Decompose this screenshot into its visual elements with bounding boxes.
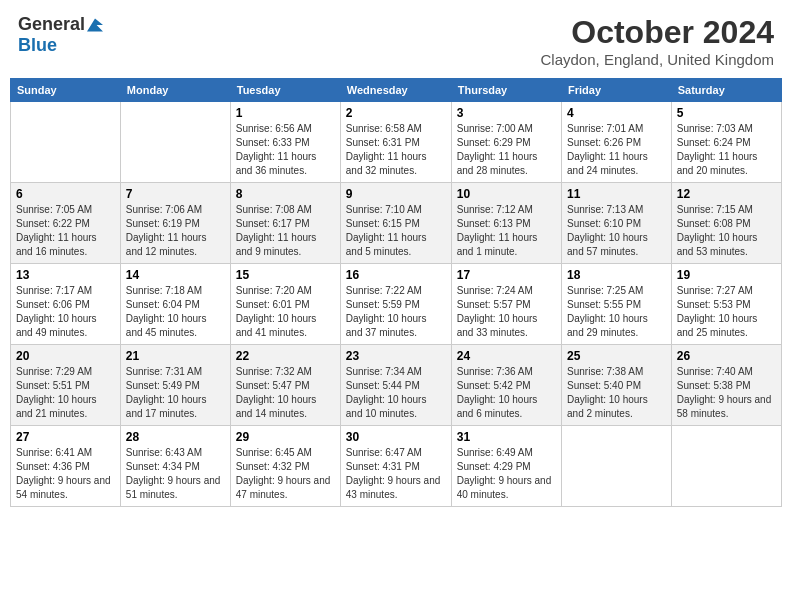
day-info: Sunrise: 7:32 AM Sunset: 5:47 PM Dayligh… (236, 365, 335, 421)
day-number: 20 (16, 349, 115, 363)
day-number: 9 (346, 187, 446, 201)
page-header: General Blue October 2024 Claydon, Engla… (10, 10, 782, 72)
day-info: Sunrise: 6:41 AM Sunset: 4:36 PM Dayligh… (16, 446, 115, 502)
calendar-day-cell: 15Sunrise: 7:20 AM Sunset: 6:01 PM Dayli… (230, 264, 340, 345)
day-info: Sunrise: 6:43 AM Sunset: 4:34 PM Dayligh… (126, 446, 225, 502)
day-number: 22 (236, 349, 335, 363)
calendar-day-cell: 26Sunrise: 7:40 AM Sunset: 5:38 PM Dayli… (671, 345, 781, 426)
calendar-day-cell: 22Sunrise: 7:32 AM Sunset: 5:47 PM Dayli… (230, 345, 340, 426)
day-info: Sunrise: 7:00 AM Sunset: 6:29 PM Dayligh… (457, 122, 556, 178)
day-number: 7 (126, 187, 225, 201)
svg-marker-0 (87, 18, 103, 31)
calendar-day-cell: 7Sunrise: 7:06 AM Sunset: 6:19 PM Daylig… (120, 183, 230, 264)
day-number: 16 (346, 268, 446, 282)
day-info: Sunrise: 7:38 AM Sunset: 5:40 PM Dayligh… (567, 365, 666, 421)
calendar-day-cell: 31Sunrise: 6:49 AM Sunset: 4:29 PM Dayli… (451, 426, 561, 507)
day-number: 11 (567, 187, 666, 201)
day-of-week-header: Tuesday (230, 79, 340, 102)
calendar-empty-cell (11, 102, 121, 183)
day-number: 21 (126, 349, 225, 363)
calendar-week-row: 6Sunrise: 7:05 AM Sunset: 6:22 PM Daylig… (11, 183, 782, 264)
day-number: 31 (457, 430, 556, 444)
day-number: 4 (567, 106, 666, 120)
calendar-header-row: SundayMondayTuesdayWednesdayThursdayFrid… (11, 79, 782, 102)
calendar-day-cell: 28Sunrise: 6:43 AM Sunset: 4:34 PM Dayli… (120, 426, 230, 507)
day-number: 14 (126, 268, 225, 282)
day-info: Sunrise: 7:22 AM Sunset: 5:59 PM Dayligh… (346, 284, 446, 340)
calendar-day-cell: 9Sunrise: 7:10 AM Sunset: 6:15 PM Daylig… (340, 183, 451, 264)
calendar-day-cell: 3Sunrise: 7:00 AM Sunset: 6:29 PM Daylig… (451, 102, 561, 183)
day-info: Sunrise: 7:20 AM Sunset: 6:01 PM Dayligh… (236, 284, 335, 340)
day-info: Sunrise: 7:13 AM Sunset: 6:10 PM Dayligh… (567, 203, 666, 259)
calendar-day-cell: 21Sunrise: 7:31 AM Sunset: 5:49 PM Dayli… (120, 345, 230, 426)
day-number: 5 (677, 106, 776, 120)
calendar-day-cell: 4Sunrise: 7:01 AM Sunset: 6:26 PM Daylig… (562, 102, 672, 183)
calendar-day-cell: 2Sunrise: 6:58 AM Sunset: 6:31 PM Daylig… (340, 102, 451, 183)
calendar-day-cell: 30Sunrise: 6:47 AM Sunset: 4:31 PM Dayli… (340, 426, 451, 507)
day-of-week-header: Saturday (671, 79, 781, 102)
calendar-day-cell: 11Sunrise: 7:13 AM Sunset: 6:10 PM Dayli… (562, 183, 672, 264)
calendar-day-cell: 18Sunrise: 7:25 AM Sunset: 5:55 PM Dayli… (562, 264, 672, 345)
day-info: Sunrise: 6:47 AM Sunset: 4:31 PM Dayligh… (346, 446, 446, 502)
logo-general-text: General (18, 14, 85, 35)
calendar-day-cell: 8Sunrise: 7:08 AM Sunset: 6:17 PM Daylig… (230, 183, 340, 264)
day-number: 24 (457, 349, 556, 363)
day-number: 6 (16, 187, 115, 201)
calendar-day-cell: 19Sunrise: 7:27 AM Sunset: 5:53 PM Dayli… (671, 264, 781, 345)
logo: General Blue (18, 14, 103, 56)
day-info: Sunrise: 7:36 AM Sunset: 5:42 PM Dayligh… (457, 365, 556, 421)
day-number: 25 (567, 349, 666, 363)
calendar-table: SundayMondayTuesdayWednesdayThursdayFrid… (10, 78, 782, 507)
location-text: Claydon, England, United Kingdom (541, 51, 774, 68)
calendar-day-cell: 20Sunrise: 7:29 AM Sunset: 5:51 PM Dayli… (11, 345, 121, 426)
calendar-week-row: 13Sunrise: 7:17 AM Sunset: 6:06 PM Dayli… (11, 264, 782, 345)
calendar-week-row: 27Sunrise: 6:41 AM Sunset: 4:36 PM Dayli… (11, 426, 782, 507)
calendar-day-cell: 17Sunrise: 7:24 AM Sunset: 5:57 PM Dayli… (451, 264, 561, 345)
day-info: Sunrise: 7:17 AM Sunset: 6:06 PM Dayligh… (16, 284, 115, 340)
day-number: 26 (677, 349, 776, 363)
day-of-week-header: Friday (562, 79, 672, 102)
calendar-empty-cell (671, 426, 781, 507)
day-info: Sunrise: 7:18 AM Sunset: 6:04 PM Dayligh… (126, 284, 225, 340)
day-info: Sunrise: 7:25 AM Sunset: 5:55 PM Dayligh… (567, 284, 666, 340)
logo-bird-icon (87, 18, 103, 32)
day-info: Sunrise: 7:27 AM Sunset: 5:53 PM Dayligh… (677, 284, 776, 340)
day-info: Sunrise: 7:24 AM Sunset: 5:57 PM Dayligh… (457, 284, 556, 340)
calendar-day-cell: 12Sunrise: 7:15 AM Sunset: 6:08 PM Dayli… (671, 183, 781, 264)
day-info: Sunrise: 7:15 AM Sunset: 6:08 PM Dayligh… (677, 203, 776, 259)
calendar-empty-cell (562, 426, 672, 507)
day-number: 1 (236, 106, 335, 120)
logo-blue-text: Blue (18, 35, 57, 56)
calendar-day-cell: 16Sunrise: 7:22 AM Sunset: 5:59 PM Dayli… (340, 264, 451, 345)
day-of-week-header: Thursday (451, 79, 561, 102)
day-number: 13 (16, 268, 115, 282)
calendar-day-cell: 10Sunrise: 7:12 AM Sunset: 6:13 PM Dayli… (451, 183, 561, 264)
day-info: Sunrise: 6:49 AM Sunset: 4:29 PM Dayligh… (457, 446, 556, 502)
day-info: Sunrise: 7:05 AM Sunset: 6:22 PM Dayligh… (16, 203, 115, 259)
title-area: October 2024 Claydon, England, United Ki… (541, 14, 774, 68)
calendar-day-cell: 23Sunrise: 7:34 AM Sunset: 5:44 PM Dayli… (340, 345, 451, 426)
calendar-day-cell: 25Sunrise: 7:38 AM Sunset: 5:40 PM Dayli… (562, 345, 672, 426)
calendar-day-cell: 29Sunrise: 6:45 AM Sunset: 4:32 PM Dayli… (230, 426, 340, 507)
month-title: October 2024 (541, 14, 774, 51)
calendar-day-cell: 24Sunrise: 7:36 AM Sunset: 5:42 PM Dayli… (451, 345, 561, 426)
day-info: Sunrise: 7:29 AM Sunset: 5:51 PM Dayligh… (16, 365, 115, 421)
calendar-day-cell: 27Sunrise: 6:41 AM Sunset: 4:36 PM Dayli… (11, 426, 121, 507)
day-number: 23 (346, 349, 446, 363)
calendar-week-row: 20Sunrise: 7:29 AM Sunset: 5:51 PM Dayli… (11, 345, 782, 426)
day-number: 3 (457, 106, 556, 120)
day-number: 10 (457, 187, 556, 201)
day-info: Sunrise: 7:08 AM Sunset: 6:17 PM Dayligh… (236, 203, 335, 259)
calendar-empty-cell (120, 102, 230, 183)
day-number: 8 (236, 187, 335, 201)
day-number: 12 (677, 187, 776, 201)
day-number: 29 (236, 430, 335, 444)
day-info: Sunrise: 7:34 AM Sunset: 5:44 PM Dayligh… (346, 365, 446, 421)
day-number: 18 (567, 268, 666, 282)
day-info: Sunrise: 7:31 AM Sunset: 5:49 PM Dayligh… (126, 365, 225, 421)
day-info: Sunrise: 7:12 AM Sunset: 6:13 PM Dayligh… (457, 203, 556, 259)
day-of-week-header: Wednesday (340, 79, 451, 102)
day-info: Sunrise: 7:01 AM Sunset: 6:26 PM Dayligh… (567, 122, 666, 178)
day-info: Sunrise: 7:06 AM Sunset: 6:19 PM Dayligh… (126, 203, 225, 259)
day-number: 17 (457, 268, 556, 282)
